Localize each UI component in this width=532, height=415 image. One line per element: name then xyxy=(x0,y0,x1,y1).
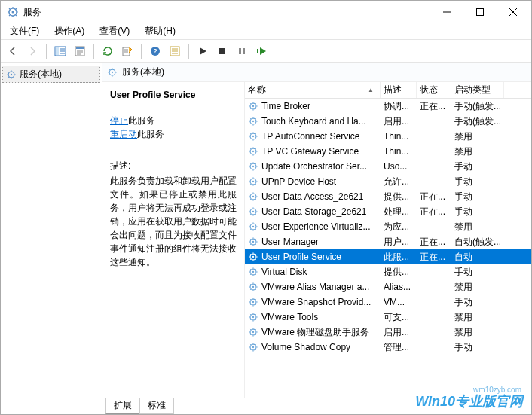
service-desc: 用户... xyxy=(381,234,417,250)
service-name: User Data Access_2e621 xyxy=(261,191,363,202)
service-row[interactable]: VMware 物理磁盘助手服务启用...禁用 xyxy=(245,325,531,340)
service-status xyxy=(417,270,451,273)
service-desc: 协调... xyxy=(381,99,417,114)
service-row[interactable]: TP VC Gateway ServiceThin...禁用 xyxy=(245,144,531,159)
svg-point-44 xyxy=(252,286,254,288)
description-label: 描述: xyxy=(110,159,237,172)
service-row[interactable]: Touch Keyboard and Ha...启用...手动(触发... xyxy=(245,114,531,129)
svg-rect-6 xyxy=(76,47,84,49)
service-desc: VM... xyxy=(381,295,417,309)
service-desc: 启用... xyxy=(381,325,417,340)
svg-point-34 xyxy=(252,211,254,212)
svg-rect-2 xyxy=(477,9,484,16)
show-hide-tree-button[interactable] xyxy=(51,42,69,60)
tree-item-services-local[interactable]: 服务(本地) xyxy=(2,66,100,83)
service-status: 正在... xyxy=(417,99,451,114)
bottom-tabs: 扩展 标准 xyxy=(102,398,531,414)
svg-point-42 xyxy=(252,271,254,273)
service-startup: 手动 xyxy=(451,189,504,205)
column-header-name[interactable]: 名称 ▲ xyxy=(245,82,381,98)
minimize-button[interactable] xyxy=(430,2,463,23)
service-startup: 禁用 xyxy=(451,144,504,160)
gear-icon xyxy=(248,327,258,337)
window-title: 服务 xyxy=(23,6,430,19)
export-button[interactable] xyxy=(118,42,136,60)
service-startup: 禁用 xyxy=(451,325,504,340)
service-row[interactable]: User Data Access_2e621提供...正在...手动 xyxy=(245,189,531,204)
gear-icon xyxy=(248,131,258,142)
service-name: VMware Tools xyxy=(261,312,318,322)
tab-standard[interactable]: 标准 xyxy=(139,398,174,414)
gear-icon xyxy=(248,116,258,127)
service-name: VMware Alias Manager a... xyxy=(261,282,369,292)
service-desc: 启用... xyxy=(381,114,417,130)
service-startup: 禁用 xyxy=(451,129,504,145)
service-row[interactable]: Time Broker协调...正在...手动(触发... xyxy=(245,99,531,114)
stop-service-link[interactable]: 停止 xyxy=(110,115,128,126)
service-row[interactable]: Virtual Disk提供...手动 xyxy=(245,264,531,279)
restart-service-link[interactable]: 重启动 xyxy=(110,129,137,139)
service-row[interactable]: User Experience Virtualiz...为应...禁用 xyxy=(245,219,531,234)
service-row[interactable]: Update Orchestrator Ser...Uso...手动 xyxy=(245,159,531,174)
service-name: VMware Snapshot Provid... xyxy=(261,297,371,307)
svg-point-32 xyxy=(252,196,254,197)
svg-point-48 xyxy=(252,316,254,318)
maximize-button[interactable] xyxy=(463,2,497,23)
right-pane-header: 服务(本地) xyxy=(102,63,531,82)
selected-service-name: User Profile Service xyxy=(110,88,237,102)
service-name: Volume Shadow Copy xyxy=(261,342,350,352)
service-name: UPnP Device Host xyxy=(261,176,336,187)
svg-point-50 xyxy=(252,331,254,333)
menu-action[interactable]: 操作(A) xyxy=(50,24,89,38)
service-desc: 管理... xyxy=(381,340,417,355)
service-name: User Profile Service xyxy=(261,252,341,262)
list-body[interactable]: Time Broker协调...正在...手动(触发...Touch Keybo… xyxy=(245,99,531,398)
service-name: VMware 物理磁盘助手服务 xyxy=(261,326,369,339)
service-status xyxy=(417,225,451,228)
column-header-desc[interactable]: 描述 xyxy=(381,82,417,98)
restart-service-button[interactable] xyxy=(252,42,271,60)
forward-button[interactable] xyxy=(23,42,41,60)
menu-file[interactable]: 文件(F) xyxy=(5,24,44,38)
service-row[interactable]: User Manager用户...正在...自动(触发... xyxy=(245,234,531,249)
sort-asc-icon: ▲ xyxy=(368,87,374,93)
service-startup: 手动 xyxy=(451,340,504,355)
start-service-button[interactable] xyxy=(194,42,212,60)
service-name: User Experience Virtualiz... xyxy=(261,221,371,232)
service-row[interactable]: TP AutoConnect ServiceThin...禁用 xyxy=(245,129,531,144)
column-header-status[interactable]: 状态 xyxy=(417,82,451,98)
close-button[interactable] xyxy=(497,2,530,23)
service-row[interactable]: UPnP Device Host允许...手动 xyxy=(245,174,531,189)
help-button[interactable]: ? xyxy=(146,42,164,60)
main-body: 服务(本地) 服务(本地) User Profile Service 停止此服务… xyxy=(1,63,531,414)
service-startup: 禁用 xyxy=(451,279,504,295)
pause-service-button[interactable] xyxy=(233,42,251,60)
service-name: Update Orchestrator Ser... xyxy=(261,161,367,172)
gear-icon xyxy=(248,282,258,292)
menu-help[interactable]: 帮助(H) xyxy=(140,24,180,38)
list-icon[interactable] xyxy=(166,42,184,60)
service-status xyxy=(417,301,451,304)
svg-rect-12 xyxy=(239,48,241,54)
stop-suffix: 此服务 xyxy=(128,115,155,126)
service-row[interactable]: VMware Snapshot Provid...VM...手动 xyxy=(245,294,531,310)
services-window: 服务 文件(F) 操作(A) 查看(V) 帮助(H) ? xyxy=(0,0,532,415)
tab-extended[interactable]: 扩展 xyxy=(105,398,140,414)
back-button[interactable] xyxy=(4,42,22,60)
stop-service-button[interactable] xyxy=(213,42,231,60)
service-row[interactable]: Volume Shadow Copy管理...手动 xyxy=(245,340,531,355)
refresh-button[interactable] xyxy=(99,42,117,60)
service-desc: 可支... xyxy=(381,310,417,325)
gear-icon xyxy=(248,206,258,217)
service-row[interactable]: User Data Storage_2e621处理...正在...手动 xyxy=(245,204,531,219)
service-status: 正在... xyxy=(417,234,451,250)
service-row[interactable]: User Profile Service此服...正在...自动 xyxy=(245,249,531,264)
column-header-startup[interactable]: 启动类型 xyxy=(451,82,504,98)
service-desc: 提供... xyxy=(381,264,417,280)
service-row[interactable]: VMware Alias Manager a...Alias...禁用 xyxy=(245,279,531,294)
service-status xyxy=(417,316,451,319)
svg-point-24 xyxy=(252,136,254,137)
menu-view[interactable]: 查看(V) xyxy=(95,24,134,38)
properties-button[interactable] xyxy=(71,42,89,60)
service-row[interactable]: VMware Tools可支...禁用 xyxy=(245,310,531,325)
